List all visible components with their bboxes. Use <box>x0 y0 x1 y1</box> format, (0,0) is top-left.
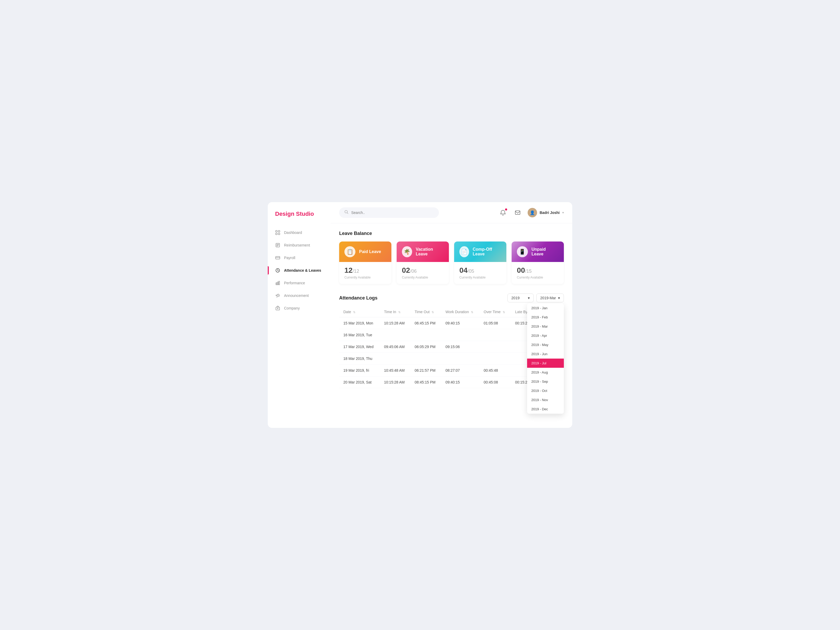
search-input[interactable] <box>351 210 434 215</box>
cell-date: 15 Mar 2019, Mon <box>339 317 380 329</box>
leave-card-compoff: 📄 Comp-Off Leave 04/05 Currently Availab… <box>454 242 506 284</box>
compoff-leave-icon: 📄 <box>459 246 469 257</box>
compoff-leave-count: 04/05 <box>459 266 501 275</box>
vacation-leave-label: Vacation Leave <box>416 247 444 256</box>
cell-overtime <box>480 341 511 353</box>
cell-overtime <box>480 329 511 341</box>
app-name: Design Studio <box>275 210 314 217</box>
month-option-jul[interactable]: 2019 - Jul <box>527 358 564 368</box>
sidebar-item-announcement[interactable]: Announcement <box>268 290 331 302</box>
svg-rect-0 <box>276 231 277 232</box>
month-option-aug[interactable]: 2019 - Aug <box>527 368 564 377</box>
compoff-leave-available: Currently Available <box>459 276 501 279</box>
cell-overtime: 00:45:48 <box>480 365 511 376</box>
cell-date: 19 Mar 2019, fri <box>339 365 380 376</box>
month-option-nov[interactable]: 2019 - Nov <box>527 395 564 404</box>
month-option-jan[interactable]: 2019 - Jan <box>527 303 564 313</box>
grid-icon <box>275 230 280 235</box>
month-option-apr[interactable]: 2019 - Apr <box>527 331 564 340</box>
month-dropdown-container: 2019-Mar ▾ 2019 - Jan 2019 - Feb 2019 - … <box>536 294 564 302</box>
cell-time-out: 06:21:57 PM <box>411 365 441 376</box>
col-time-out[interactable]: Time Out ⇅ <box>411 306 441 317</box>
sidebar-item-label: Payroll <box>284 256 295 260</box>
compoff-leave-label: Comp-Off Leave <box>473 247 501 256</box>
cell-work-duration <box>441 353 480 365</box>
search-box[interactable] <box>339 207 439 218</box>
card-header-paid: 📋 Paid Leave <box>339 242 392 262</box>
user-name: Badri Joshi <box>540 210 560 215</box>
chevron-down-icon: ▾ <box>562 211 564 215</box>
card-body-compoff: 04/05 Currently Available <box>454 262 506 284</box>
sidebar-item-label: Reimbursement <box>284 243 310 247</box>
dropdown-group: 2019 ▾ 2019-Mar ▾ 2019 - Jan 2019 - Feb … <box>507 294 564 302</box>
cell-time-in <box>380 353 411 365</box>
page-content: Leave Balance 📋 Paid Leave 12/12 Current… <box>331 223 572 428</box>
card-icon <box>275 255 280 261</box>
cell-overtime: 00:45:08 <box>480 376 511 388</box>
sidebar-item-attendance[interactable]: Attendance & Leaves <box>268 265 331 276</box>
cell-time-in: 10:45:48 AM <box>380 365 411 376</box>
sidebar-item-label: Attendance & Leaves <box>284 268 321 273</box>
user-profile[interactable]: 👤 Badri Joshi ▾ <box>527 208 564 217</box>
cell-work-duration <box>441 329 480 341</box>
cell-work-duration: 08:27:07 <box>441 365 480 376</box>
paid-leave-count: 12/12 <box>344 266 386 275</box>
svg-rect-19 <box>515 211 520 215</box>
cell-work-duration: 09:15:06 <box>441 341 480 353</box>
sidebar-item-label: Dashboard <box>284 231 302 235</box>
sidebar-item-performance[interactable]: Performance <box>268 277 331 289</box>
month-option-jun[interactable]: 2019 - Jun <box>527 349 564 358</box>
month-dropdown-button[interactable]: 2019-Mar ▾ <box>536 294 564 302</box>
month-option-mar[interactable]: 2019 - Mar <box>527 322 564 331</box>
svg-rect-2 <box>276 233 277 235</box>
cell-time-in: 10:15:28 AM <box>380 317 411 329</box>
col-work-duration[interactable]: Work Duration ⇅ <box>441 306 480 317</box>
cell-overtime: 01:05:08 <box>480 317 511 329</box>
unpaid-leave-count: 00/15 <box>517 266 559 275</box>
cell-time-out: 08:45:15 PM <box>411 376 441 388</box>
year-dropdown[interactable]: 2019 ▾ <box>507 294 534 302</box>
clock-icon <box>275 268 280 273</box>
month-option-oct[interactable]: 2019 - Oct <box>527 386 564 395</box>
cell-time-out <box>411 353 441 365</box>
month-option-sep[interactable]: 2019 - Sep <box>527 377 564 386</box>
unpaid-leave-icon: 📱 <box>517 246 528 257</box>
sidebar-item-label: Announcement <box>284 294 309 298</box>
chevron-down-icon: ▾ <box>528 296 530 300</box>
svg-rect-11 <box>276 283 277 285</box>
paid-leave-label: Paid Leave <box>359 249 381 254</box>
leave-card-vacation: 🌴 Vacation Leave 02/06 Currently Availab… <box>396 242 449 284</box>
card-header-vacation: 🌴 Vacation Leave <box>396 242 449 262</box>
col-over-time[interactable]: Over Time ⇅ <box>480 306 511 317</box>
paid-leave-available: Currently Available <box>344 276 386 279</box>
col-time-in[interactable]: Time In ⇅ <box>380 306 411 317</box>
svg-rect-13 <box>279 281 280 285</box>
cell-work-duration: 09:40:15 <box>441 317 480 329</box>
month-option-feb[interactable]: 2019 - Feb <box>527 313 564 322</box>
cell-date: 17 Mar 2019, Wed <box>339 341 380 353</box>
sidebar-item-dashboard[interactable]: Dashboard <box>268 227 331 238</box>
sidebar-item-reimbursement[interactable]: Reimbursement <box>268 239 331 251</box>
cell-time-in: 09:45:06 AM <box>380 341 411 353</box>
leave-card-paid: 📋 Paid Leave 12/12 Currently Available <box>339 242 392 284</box>
messages-button[interactable] <box>513 208 523 217</box>
leave-card-unpaid: 📱 Unpaid Leave 00/15 Currently Available <box>512 242 564 284</box>
month-option-dec[interactable]: 2019 - Dec <box>527 404 564 414</box>
logo: Design Studio <box>268 210 331 227</box>
header: 👤 Badri Joshi ▾ <box>331 202 572 223</box>
cell-date: 20 Mar 2019, Sat <box>339 376 380 388</box>
logs-header: Attendance Logs 2019 ▾ 2019-Mar ▾ 2019 -… <box>339 294 564 302</box>
month-dropdown-menu: 2019 - Jan 2019 - Feb 2019 - Mar 2019 - … <box>527 303 564 414</box>
vacation-leave-count: 02/06 <box>402 266 444 275</box>
sidebar-item-company[interactable]: Company <box>268 302 331 314</box>
month-option-may[interactable]: 2019 - May <box>527 340 564 349</box>
col-date[interactable]: Date ⇅ <box>339 306 380 317</box>
app-container: Design Studio Dashboard <box>268 202 572 428</box>
sidebar-item-payroll[interactable]: Payroll <box>268 252 331 264</box>
unpaid-leave-label: Unpaid Leave <box>532 247 559 256</box>
notifications-button[interactable] <box>498 208 508 217</box>
cell-time-out: 06:45:15 PM <box>411 317 441 329</box>
card-header-compoff: 📄 Comp-Off Leave <box>454 242 506 262</box>
year-value: 2019 <box>512 296 519 300</box>
svg-rect-3 <box>278 233 280 235</box>
